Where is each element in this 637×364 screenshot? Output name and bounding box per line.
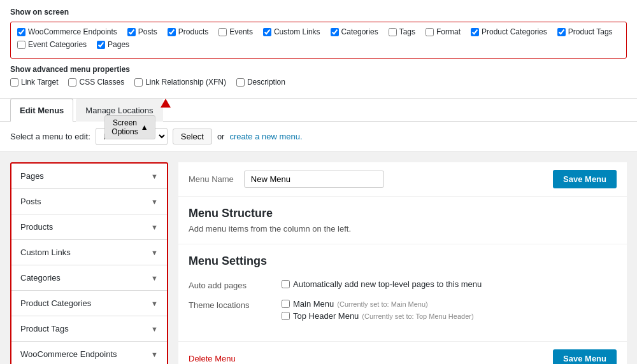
checkbox-posts[interactable]: Posts <box>127 27 157 36</box>
top-header-note: (Currently set to: Top Menu Header) <box>362 312 473 320</box>
checkbox-product-tags[interactable]: Product Tags <box>557 27 613 36</box>
advanced-title: Show advanced menu properties <box>10 65 627 74</box>
menu-settings-section: Menu Settings Auto add pages Automatical… <box>178 244 627 341</box>
save-menu-button-top[interactable]: Save Menu <box>553 170 617 188</box>
checkbox-format[interactable]: Format <box>426 27 461 36</box>
auto-add-pages-row: Auto add pages Automatically add new top… <box>189 279 617 291</box>
menu-name-bar: Menu Name Save Menu <box>178 162 627 197</box>
sidebar-categories-label: Categories <box>20 273 61 283</box>
chevron-up-icon: ▲ <box>141 123 148 132</box>
chevron-icon-product-tags: ▼ <box>151 325 158 333</box>
chevron-icon-posts: ▼ <box>151 198 158 206</box>
red-arrow-up <box>161 99 171 108</box>
sidebar-products-label: Products <box>20 222 53 232</box>
menu-name-input[interactable] <box>244 171 384 188</box>
checkbox-woocommerce-endpoints[interactable]: WooCommerce Endpoints <box>17 27 117 36</box>
sidebar-item-pages[interactable]: Pages ▼ <box>11 164 167 189</box>
create-new-menu-link[interactable]: create a new menu. <box>229 132 302 141</box>
footer-bar: Delete Menu Save Menu <box>178 341 627 364</box>
checkbox-pages[interactable]: Pages <box>97 40 129 49</box>
main-menu-label: Main Menu <box>293 299 334 309</box>
sidebar-item-categories[interactable]: Categories ▼ <box>11 265 167 291</box>
auto-add-checkbox[interactable] <box>282 280 290 288</box>
chevron-icon-pages: ▼ <box>151 172 158 180</box>
sidebar-woocommerce-endpoints-label: WooCommerce Endpoints <box>20 349 117 359</box>
checkbox-tags[interactable]: Tags <box>389 27 415 36</box>
top-header-checkbox[interactable] <box>282 312 290 320</box>
top-header-checkbox-label[interactable]: Top Header Menu (Currently set to: Top M… <box>282 311 617 321</box>
checkbox-description[interactable]: Description <box>236 78 285 87</box>
select-menu-bar: Select a menu to edit: New Menu Select o… <box>0 122 637 152</box>
checkbox-product-categories[interactable]: Product Categories <box>471 27 547 36</box>
advanced-checkboxes: Link Target CSS Classes Link Relationshi… <box>10 78 627 87</box>
auto-add-label: Auto add pages <box>189 279 271 290</box>
sidebar-item-custom-links[interactable]: Custom Links ▼ <box>11 240 167 265</box>
chevron-icon-product-categories: ▼ <box>151 300 158 307</box>
menu-name-label: Menu Name <box>189 174 234 184</box>
main-menu-checkbox-label[interactable]: Main Menu (Currently set to: Main Menu) <box>282 299 617 309</box>
theme-locations-value: Main Menu (Currently set to: Main Menu) … <box>282 299 617 323</box>
delete-menu-link[interactable]: Delete Menu <box>189 354 236 363</box>
nav-tabs-bar: Edit Menus Manage Locations Screen Optio… <box>0 99 637 122</box>
chevron-icon-categories: ▼ <box>151 274 158 282</box>
right-panel: Menu Name Save Menu Menu Structure Add m… <box>178 162 627 364</box>
menu-structure-title: Menu Structure <box>189 207 617 220</box>
checkbox-link-target[interactable]: Link Target <box>10 78 58 87</box>
save-menu-button-bottom[interactable]: Save Menu <box>553 349 617 364</box>
chevron-icon-woocommerce-endpoints: ▼ <box>151 351 158 358</box>
main-menu-checkbox[interactable] <box>282 300 290 308</box>
tab-edit-menus[interactable]: Edit Menus <box>10 99 73 122</box>
auto-add-checkbox-label[interactable]: Automatically add new top-level pages to… <box>282 279 617 289</box>
left-sidebar: Pages ▼ Posts ▼ Products ▼ Custom Links … <box>10 162 168 364</box>
sidebar-item-woocommerce-endpoints[interactable]: WooCommerce Endpoints ▼ <box>11 342 167 364</box>
screen-options-panel: Show on screen WooCommerce Endpoints Pos… <box>0 0 637 99</box>
checkboxes-row2: Event Categories Pages <box>17 40 620 49</box>
auto-add-value: Automatically add new top-level pages to… <box>282 279 617 291</box>
menu-name-left: Menu Name <box>189 171 384 188</box>
chevron-icon-products: ▼ <box>151 223 158 231</box>
main-content: Pages ▼ Posts ▼ Products ▼ Custom Links … <box>0 152 637 364</box>
checkbox-custom-links[interactable]: Custom Links <box>263 27 320 36</box>
menu-settings-title: Menu Settings <box>189 255 617 268</box>
sidebar-item-product-categories[interactable]: Product Categories ▼ <box>11 291 167 316</box>
sidebar-item-posts[interactable]: Posts ▼ <box>11 189 167 214</box>
screen-options-box: WooCommerce Endpoints Posts Products Eve… <box>10 22 627 59</box>
select-menu-label: Select a menu to edit: <box>10 132 90 141</box>
theme-locations-row: Theme locations Main Menu (Currently set… <box>189 299 617 323</box>
sidebar-item-product-tags[interactable]: Product Tags ▼ <box>11 316 167 342</box>
sidebar-posts-label: Posts <box>20 197 41 206</box>
checkbox-css-classes[interactable]: CSS Classes <box>68 78 124 87</box>
chevron-icon-custom-links: ▼ <box>151 249 158 256</box>
menu-structure-desc: Add menu items from the column on the le… <box>189 224 617 234</box>
sidebar-product-categories-label: Product Categories <box>20 298 91 308</box>
select-button[interactable]: Select <box>173 129 212 144</box>
show-on-screen-title: Show on screen <box>10 8 627 17</box>
checkbox-categories[interactable]: Categories <box>331 27 378 36</box>
sidebar-product-tags-label: Product Tags <box>20 324 69 333</box>
top-header-label: Top Header Menu <box>293 311 359 321</box>
screen-options-button[interactable]: Screen Options ▲ <box>104 115 155 139</box>
or-text: or <box>217 132 225 141</box>
main-menu-note: (Currently set to: Main Menu) <box>337 300 427 308</box>
theme-locations-label: Theme locations <box>189 299 271 310</box>
page-wrap: Show on screen WooCommerce Endpoints Pos… <box>0 0 637 364</box>
sidebar-pages-label: Pages <box>20 171 44 181</box>
checkbox-events[interactable]: Events <box>218 27 253 36</box>
checkbox-event-categories[interactable]: Event Categories <box>17 40 87 49</box>
menu-structure-section: Menu Structure Add menu items from the c… <box>178 197 627 244</box>
auto-add-desc: Automatically add new top-level pages to… <box>293 279 482 289</box>
screen-options-label: Screen Options <box>111 118 138 136</box>
checkbox-products[interactable]: Products <box>168 27 208 36</box>
sidebar-item-products[interactable]: Products ▼ <box>11 214 167 240</box>
sidebar-custom-links-label: Custom Links <box>20 248 71 257</box>
checkbox-link-relationship[interactable]: Link Relationship (XFN) <box>134 78 226 87</box>
checkboxes-row1: WooCommerce Endpoints Posts Products Eve… <box>17 27 620 36</box>
